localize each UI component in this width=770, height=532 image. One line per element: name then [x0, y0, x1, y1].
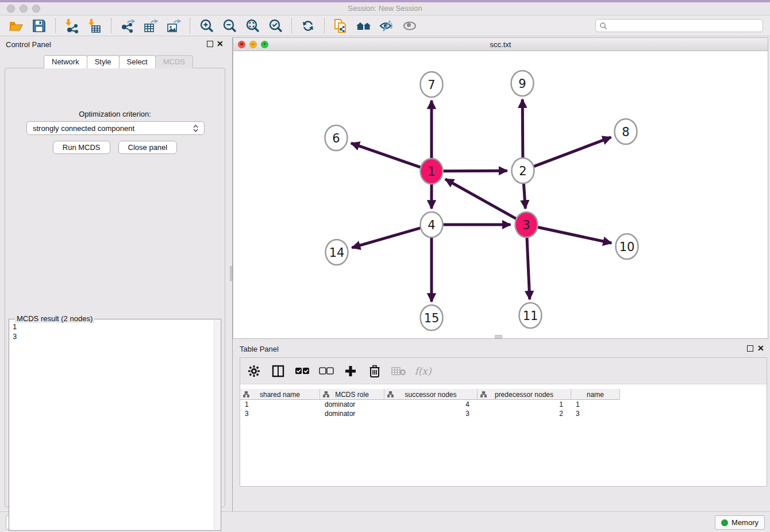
zoom-selected-icon[interactable] [264, 17, 287, 35]
export-network-icon[interactable] [116, 17, 139, 35]
export-table-icon[interactable] [139, 17, 162, 35]
window-title: Session: New Session [0, 4, 770, 13]
clone-network-icon[interactable] [329, 17, 352, 35]
column-header-predecessor-nodes[interactable]: predecessor nodes [478, 389, 571, 400]
main-toolbar [0, 16, 770, 36]
export-image-icon[interactable] [162, 17, 185, 35]
edge-2-to-9[interactable] [522, 99, 523, 159]
network-graph[interactable]: 7968124314101511 [233, 51, 768, 338]
hide-visual-icon[interactable] [375, 17, 398, 35]
cell-successor-nodes[interactable]: 3 [384, 409, 478, 418]
mcds-result-title: MCDS result (2 nodes) [15, 314, 94, 323]
result-line: 1 [13, 322, 17, 331]
zoom-in-icon[interactable] [195, 17, 218, 35]
cell-shared-name[interactable]: 1 [240, 400, 320, 409]
edge-4-to-14[interactable] [352, 228, 420, 248]
table-toolbar: f(x) [240, 358, 767, 384]
network-window-titlebar[interactable]: ✕ − + scc.txt [233, 38, 768, 51]
cell-shared-name[interactable]: 3 [240, 409, 320, 418]
column-label: MCDS role [335, 391, 369, 399]
edge-1-to-2[interactable] [443, 171, 507, 171]
column-layout-icon[interactable] [270, 363, 286, 379]
import-table-icon[interactable] [83, 17, 106, 35]
result-line: 3 [13, 331, 17, 341]
node-table-container: f(x) shared nameMCDS rolesuccessor nodes… [240, 357, 767, 487]
import-network-icon[interactable] [60, 17, 83, 35]
column-header-name[interactable]: name [571, 389, 620, 400]
column-header-shared-name[interactable]: shared name [240, 389, 320, 400]
add-column-icon[interactable] [342, 363, 359, 379]
search-box[interactable] [595, 19, 763, 32]
node-label-6: 6 [332, 132, 340, 145]
cell-MCDS-role[interactable]: dominator [320, 409, 384, 418]
table-panel-title: Table Panel [240, 345, 279, 353]
close-panel-button[interactable]: Close panel [118, 141, 178, 154]
horizontal-splitter-handle[interactable] [495, 335, 502, 338]
cell-successor-nodes[interactable]: 4 [384, 400, 478, 409]
tab-style[interactable]: Style [87, 55, 120, 68]
delete-table-icon[interactable] [391, 363, 407, 379]
cell-MCDS-role[interactable]: dominator [320, 400, 384, 409]
function-builder-icon[interactable]: f(x) [415, 363, 431, 379]
memory-button[interactable]: Memory [715, 515, 765, 530]
float-table-panel-icon[interactable] [747, 345, 753, 352]
node-label-7: 7 [428, 78, 435, 92]
select-all-checkboxes-icon[interactable] [294, 363, 310, 379]
table-options-gear-icon[interactable] [246, 363, 262, 379]
tab-network[interactable]: Network [44, 55, 87, 68]
open-session-icon[interactable] [5, 17, 28, 35]
tree-icon [323, 391, 329, 398]
cell-predecessor-nodes[interactable]: 1 [478, 400, 571, 409]
cell-predecessor-nodes[interactable]: 2 [478, 409, 571, 418]
toolbar-separator [291, 18, 292, 33]
refresh-icon[interactable] [297, 17, 319, 35]
node-label-4: 4 [428, 218, 435, 232]
search-input[interactable] [607, 22, 759, 30]
criterion-value: strongly connected component [33, 124, 134, 133]
edge-2-to-3[interactable] [523, 183, 525, 209]
column-label: successor nodes [405, 391, 456, 399]
close-table-panel-icon[interactable]: ✕ [757, 344, 764, 353]
edge-2-to-8[interactable] [534, 137, 611, 167]
criterion-dropdown[interactable]: strongly connected component [26, 121, 205, 135]
float-panel-icon[interactable] [207, 41, 213, 47]
edge-1-to-6[interactable] [351, 143, 421, 167]
column-header-MCDS-role[interactable]: MCDS role [320, 389, 384, 400]
control-panel: Control Panel ✕ NetworkStyleSelectMCDS O… [0, 37, 230, 511]
home-layout-icon[interactable] [352, 17, 375, 35]
node-label-2: 2 [519, 164, 526, 178]
delete-column-trash-icon[interactable] [367, 363, 383, 379]
titlebar: Session: New Session [0, 2, 770, 16]
tree-icon [387, 391, 394, 398]
node-label-3: 3 [522, 218, 530, 232]
edge-3-to-11[interactable] [527, 237, 530, 299]
tab-mcds[interactable]: MCDS [155, 55, 193, 68]
run-mcds-button[interactable]: Run MCDS [53, 141, 110, 154]
column-header-successor-nodes[interactable]: successor nodes [384, 389, 478, 400]
network-window-title: scc.txt [233, 40, 768, 49]
zoom-out-icon[interactable] [218, 17, 241, 35]
mcds-result-lines: 13 [13, 322, 17, 341]
node-label-15: 15 [424, 311, 440, 325]
zoom-fit-icon[interactable] [241, 17, 264, 35]
network-canvas[interactable]: 7968124314101511 [233, 51, 768, 338]
node-label-11: 11 [523, 309, 538, 323]
save-session-icon[interactable] [28, 17, 51, 35]
close-panel-icon[interactable]: ✕ [217, 39, 224, 48]
tab-select[interactable]: Select [119, 55, 156, 68]
table-row[interactable]: 3dominator323 [240, 409, 767, 418]
cell-name[interactable]: 1 [571, 400, 620, 409]
show-visual-icon[interactable] [398, 17, 421, 35]
cell-name[interactable]: 3 [571, 409, 620, 418]
splitter-handle[interactable] [230, 266, 232, 281]
edge-3-to-10[interactable] [538, 227, 611, 243]
result-scrollbar[interactable] [214, 320, 220, 530]
mcds-tab-content: Optimization criterion: strongly connect… [5, 68, 225, 507]
table-row[interactable]: 1dominator411 [240, 400, 767, 409]
toolbar-separator [190, 18, 190, 33]
edge-3-to-1[interactable] [445, 179, 516, 219]
memory-label: Memory [732, 518, 759, 527]
toolbar-separator [324, 18, 325, 33]
optimization-criterion-label: Optimization criterion: [5, 110, 225, 118]
deselect-all-checkboxes-icon[interactable] [318, 363, 334, 379]
